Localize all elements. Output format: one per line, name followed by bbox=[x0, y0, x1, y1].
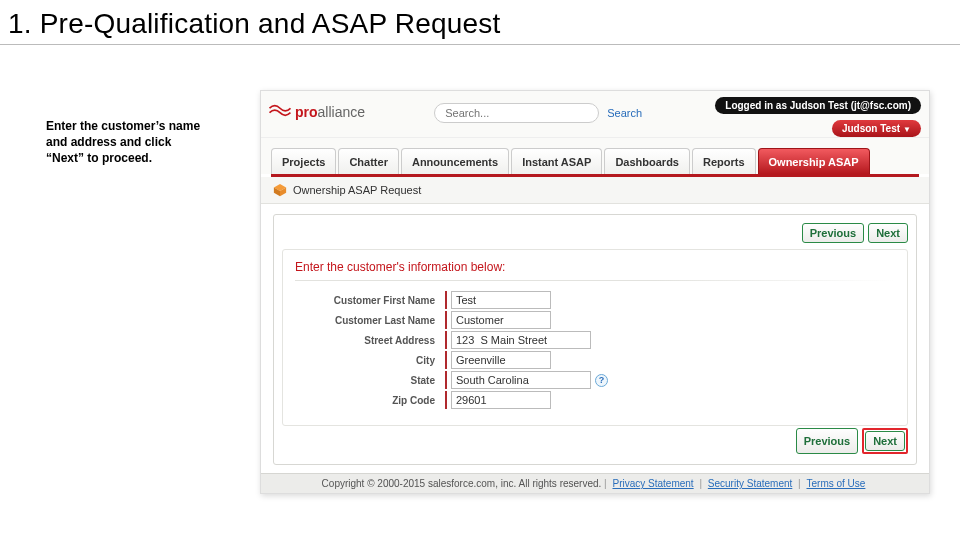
previous-button-bottom[interactable]: Previous bbox=[796, 428, 858, 454]
required-bar bbox=[445, 391, 447, 409]
nav-row-bottom: Previous Next bbox=[282, 426, 908, 460]
tab-instant-asap[interactable]: Instant ASAP bbox=[511, 148, 602, 174]
search-input[interactable] bbox=[434, 103, 599, 123]
footer-link-terms[interactable]: Terms of Use bbox=[806, 478, 865, 489]
logo: proalliance bbox=[269, 97, 365, 120]
top-right-group: Logged in as Judson Test (jt@fsc.com) Ju… bbox=[715, 97, 921, 137]
main-panel: Previous Next Enter the customer's infor… bbox=[273, 214, 917, 465]
tab-ownership-asap[interactable]: Ownership ASAP bbox=[758, 148, 870, 174]
tab-bar: Projects Chatter Announcements Instant A… bbox=[261, 137, 929, 174]
footer-copyright: Copyright © 2000-2015 salesforce.com, in… bbox=[322, 478, 602, 489]
row-street: Street Address bbox=[295, 331, 895, 349]
next-button-top[interactable]: Next bbox=[868, 223, 908, 243]
form-panel: Enter the customer's information below: … bbox=[282, 249, 908, 426]
required-bar bbox=[445, 351, 447, 369]
input-city[interactable] bbox=[451, 351, 551, 369]
next-button-bottom[interactable]: Next bbox=[865, 431, 905, 451]
app-top-bar: proalliance Search Logged in as Judson T… bbox=[261, 91, 929, 137]
label-zip: Zip Code bbox=[295, 395, 445, 406]
row-state: State ? bbox=[295, 371, 895, 389]
input-street[interactable] bbox=[451, 331, 591, 349]
footer-link-privacy[interactable]: Privacy Statement bbox=[613, 478, 694, 489]
form-heading: Enter the customer's information below: bbox=[295, 260, 895, 280]
page-header: Ownership ASAP Request bbox=[261, 177, 929, 204]
tab-dashboards[interactable]: Dashboards bbox=[604, 148, 690, 174]
input-first-name[interactable] bbox=[451, 291, 551, 309]
required-bar bbox=[445, 331, 447, 349]
page-header-title: Ownership ASAP Request bbox=[293, 184, 421, 196]
app-screenshot: proalliance Search Logged in as Judson T… bbox=[260, 90, 930, 494]
label-city: City bbox=[295, 355, 445, 366]
input-zip[interactable] bbox=[451, 391, 551, 409]
row-last-name: Customer Last Name bbox=[295, 311, 895, 329]
logo-text-b: alliance bbox=[318, 104, 365, 120]
footer-sep: | bbox=[798, 478, 801, 489]
tab-projects[interactable]: Projects bbox=[271, 148, 336, 174]
row-first-name: Customer First Name bbox=[295, 291, 895, 309]
user-menu-label: Judson Test bbox=[842, 123, 900, 134]
login-status: Logged in as Judson Test (jt@fsc.com) bbox=[715, 97, 921, 114]
input-state[interactable] bbox=[451, 371, 591, 389]
tab-announcements[interactable]: Announcements bbox=[401, 148, 509, 174]
required-bar bbox=[445, 311, 447, 329]
search-button[interactable]: Search bbox=[603, 107, 646, 119]
previous-button-top[interactable]: Previous bbox=[802, 223, 864, 243]
logo-icon bbox=[269, 103, 291, 117]
row-zip: Zip Code bbox=[295, 391, 895, 409]
tab-reports[interactable]: Reports bbox=[692, 148, 756, 174]
label-street: Street Address bbox=[295, 335, 445, 346]
nav-row-top: Previous Next bbox=[282, 221, 908, 249]
footer-link-security[interactable]: Security Statement bbox=[708, 478, 792, 489]
label-state: State bbox=[295, 375, 445, 386]
help-icon[interactable]: ? bbox=[595, 374, 608, 387]
input-last-name[interactable] bbox=[451, 311, 551, 329]
logo-text-a: pro bbox=[295, 104, 318, 120]
slide-title: 1. Pre-Qualification and ASAP Request bbox=[0, 0, 960, 45]
footer: Copyright © 2000-2015 salesforce.com, in… bbox=[261, 473, 929, 493]
tab-chatter[interactable]: Chatter bbox=[338, 148, 399, 174]
divider bbox=[295, 280, 895, 281]
footer-sep: | bbox=[699, 478, 702, 489]
label-last-name: Customer Last Name bbox=[295, 315, 445, 326]
search-group: Search bbox=[434, 97, 646, 123]
user-menu[interactable]: Judson Test▼ bbox=[832, 120, 921, 137]
next-highlight: Next bbox=[862, 428, 908, 454]
required-bar bbox=[445, 371, 447, 389]
cube-icon bbox=[273, 183, 287, 197]
row-city: City bbox=[295, 351, 895, 369]
footer-sep: | bbox=[604, 478, 609, 489]
instruction-text: Enter the customer’s name and address an… bbox=[46, 118, 206, 167]
logo-text: proalliance bbox=[295, 104, 365, 120]
required-bar bbox=[445, 291, 447, 309]
chevron-down-icon: ▼ bbox=[903, 125, 911, 134]
label-first-name: Customer First Name bbox=[295, 295, 445, 306]
